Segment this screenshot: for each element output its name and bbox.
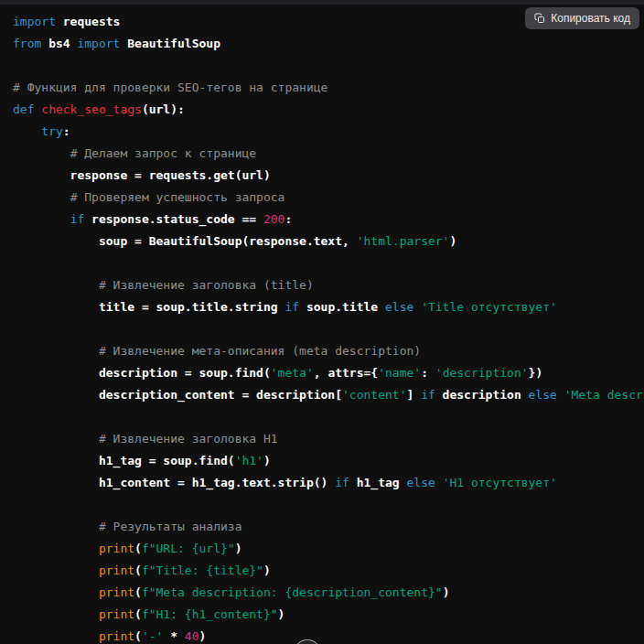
code-line: print(f"H1: {h1_content}") (13, 604, 644, 626)
code-line: # Функция для проверки SEO-тегов на стра… (13, 77, 644, 99)
code-line: print('-' * 40) (13, 626, 644, 644)
code-line: soup = BeautifulSoup(response.text, 'htm… (13, 231, 644, 252)
code-line: print(f"Meta description: {description_c… (13, 582, 644, 604)
code-line: description = soup.find('meta', attrs={'… (13, 362, 644, 384)
code-line: def check_seo_tags(url): (13, 99, 644, 121)
code-line: response = requests.get(url) (13, 165, 644, 187)
code-line: # Извлечение мета-описания (meta descrip… (13, 340, 644, 362)
code-line: if response.status_code == 200: (13, 209, 644, 231)
code-line: # Извлечение заголовка (title) (13, 274, 644, 296)
code-line (13, 252, 644, 274)
code-line (13, 318, 644, 340)
code-line: from bs4 import BeautifulSoup (13, 33, 644, 55)
code-line: description_content = description['conte… (13, 384, 644, 406)
code-scroll-area[interactable]: import requestsfrom bs4 import Beautiful… (0, 0, 644, 644)
code-line (13, 406, 644, 428)
code-line: # Результаты анализа (13, 516, 644, 538)
code-line: # Извлечение заголовка H1 (13, 428, 644, 450)
code-line: # Делаем запрос к странице (13, 143, 644, 165)
code-line: h1_content = h1_tag.text.strip() if h1_t… (13, 472, 644, 494)
copy-icon (534, 13, 545, 24)
code-line: try: (13, 121, 644, 143)
code-block: import requestsfrom bs4 import Beautiful… (0, 0, 644, 644)
copy-code-button[interactable]: Копировать код (525, 7, 639, 29)
code-line: print(f"URL: {url}") (13, 538, 644, 560)
code-line: print(f"Title: {title}") (13, 560, 644, 582)
code-line (13, 494, 644, 516)
code-line (13, 55, 644, 77)
code-line: h1_tag = soup.find('h1') (13, 450, 644, 472)
code-line: title = soup.title.string if soup.title … (13, 296, 644, 318)
code-line: # Проверяем успешность запроса (13, 187, 644, 209)
copy-button-label: Копировать код (551, 12, 630, 25)
